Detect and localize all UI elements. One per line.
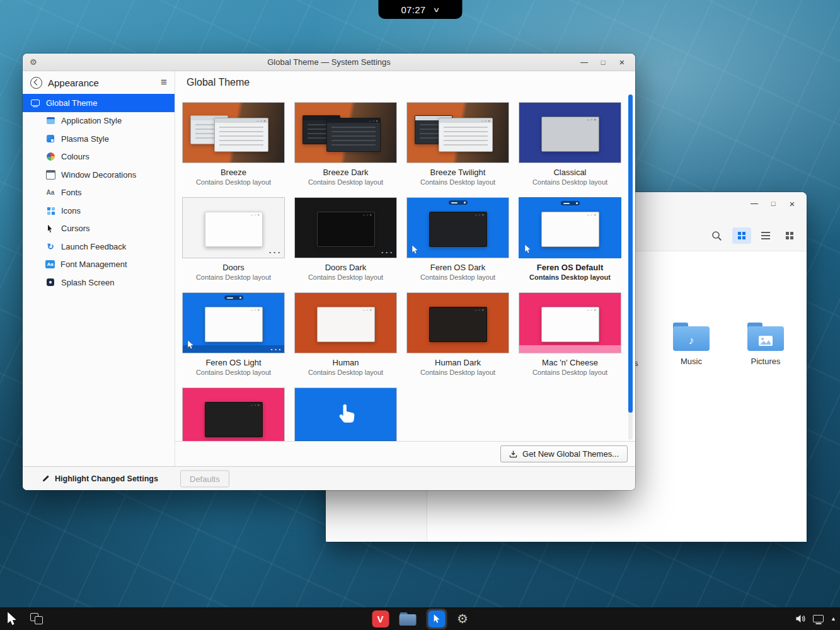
display-icon[interactable] [813,615,824,622]
maximize-button[interactable]: □ [764,200,783,207]
scrollbar-thumb[interactable] [628,94,633,413]
list-view-button[interactable] [756,227,775,244]
theme-preview: – ▫ × [182,387,285,441]
sidebar-item-colours[interactable]: Colours [23,148,175,166]
theme-name: Mac 'n' Cheese [519,358,621,368]
theme-preview: – ▫ × [406,197,509,258]
highlight-changed-settings[interactable]: Highlight Changed Settings [42,474,158,483]
theme-caption: Contains Desktop layout [294,178,397,186]
compact-view-icon [786,232,793,239]
cursors-icon [45,224,55,234]
sidebar-item-splash-screen[interactable]: Splash Screen [23,273,175,292]
theme-card-feren-os-light[interactable]: – ▫ ×• • • Feren OS Light Contains Deskt… [182,292,285,377]
minimize-button[interactable]: — [575,58,594,67]
panel-clock[interactable]: 07:27 ∨ [378,0,462,19]
compact-view-button[interactable] [780,227,799,244]
feren-menu-icon[interactable] [6,611,18,626]
theme-scroll-area[interactable]: – ▫ ×– ▫ × Breeze Contains Desktop layou… [175,71,626,441]
application-style-icon [45,116,55,126]
theme-card-classical[interactable]: – ▫ × Classical Contains Desktop layout [519,102,621,186]
hamburger-menu-icon[interactable]: ≡ [161,76,167,89]
grid-view-button[interactable] [732,227,751,244]
theme-name: Human [294,358,397,368]
sidebar-item-cursors[interactable]: Cursors [23,220,175,238]
theme-name: Feren OS Default [519,263,621,273]
theme-name: Breeze [182,168,285,178]
get-new-themes-button[interactable]: Get New Global Themes... [500,445,628,462]
minimize-button[interactable]: — [745,199,764,208]
sidebar-item-fonts[interactable]: Aa Fonts [23,184,175,202]
sidebar-item-window-decorations[interactable]: Window Decorations [23,166,175,184]
theme-card-doors-dark[interactable]: – ▫ ×• • • Doors Dark Contains Desktop l… [294,197,397,282]
preview-window-controls: – ▫ × [475,307,485,313]
font-management-icon: Aa [45,260,55,268]
cursor-icon [411,244,418,255]
theme-card-partial-13[interactable]: • • • [294,387,397,441]
theme-card-partial-12[interactable]: – ▫ × [182,387,285,441]
theme-card-mac-n-cheese[interactable]: – ▫ × Mac 'n' Cheese Contains Desktop la… [519,292,621,377]
colours-icon [45,152,55,162]
sidebar-item-global-theme[interactable]: Global Theme [23,94,175,112]
chevron-down-icon: ∨ [432,6,440,14]
preview-window: – ▫ × [214,118,268,152]
sidebar-item-font-management[interactable]: Aa Font Management [23,256,175,274]
file-manager-icon[interactable] [399,612,416,626]
theme-card-feren-os-default[interactable]: – ▫ × Feren OS Default Contains Desktop … [519,197,621,282]
close-button[interactable]: × [783,198,802,209]
global-theme-icon [30,98,40,108]
settings-sidebar: Appearance ≡ Global Theme Application St… [23,71,175,466]
window-switcher-icon[interactable] [30,613,43,624]
theme-card-human-dark[interactable]: – ▫ × Human Dark Contains Desktop layout [406,292,509,377]
sidebar-item-plasma-style[interactable]: Plasma Style [23,130,175,148]
settings-titlebar[interactable]: ⚙ Global Theme — System Settings — □ × [23,54,635,71]
defaults-button[interactable]: Defaults [180,470,229,487]
folder-pictures[interactable]: Pictures [743,323,788,366]
close-button[interactable]: × [613,57,631,67]
theme-caption: Contains Desktop layout [406,369,509,377]
music-note-icon: ♪ [673,330,710,351]
search-icon[interactable] [711,231,722,241]
preview-window-controls: – ▫ × [587,117,597,123]
theme-card-feren-os-dark[interactable]: – ▫ × Feren OS Dark Contains Desktop lay… [406,197,509,282]
folder-music[interactable]: ♪ Music [669,323,714,366]
preview-window: – ▫ × [541,307,599,342]
theme-card-doors[interactable]: – ▫ ×• • • Doors Contains Desktop layout [182,197,285,282]
sidebar-item-application-style[interactable]: Application Style [23,112,175,130]
theme-card-breeze[interactable]: – ▫ ×– ▫ × Breeze Contains Desktop layou… [182,102,285,186]
pencil-icon [42,474,50,483]
preview-window-controls: – ▫ × [587,212,597,218]
cursor-icon [187,340,194,350]
vivaldi-icon[interactable]: V [372,610,389,627]
system-settings-active-icon[interactable] [426,609,447,629]
settings-gear-icon[interactable]: ⚙ [457,612,468,625]
preview-content-lines [331,127,376,147]
volume-icon[interactable] [795,614,806,624]
scrollbar[interactable] [628,94,633,440]
preview-window: – ▫ × [205,212,263,247]
theme-caption: Contains Desktop layout [406,273,509,282]
download-icon [509,450,517,458]
theme-caption: Contains Desktop layout [519,273,621,282]
preview-window: – ▫ × [429,212,487,247]
theme-caption: Contains Desktop layout [182,273,285,282]
hand-icon [335,403,357,427]
preview-window-controls: – ▫ × [363,212,372,218]
sidebar-item-icons[interactable]: Icons [23,202,175,220]
tray-expand-icon[interactable]: ▲ [831,616,836,622]
theme-name: Doors [182,263,285,273]
maximize-button[interactable]: □ [594,59,613,66]
fonts-icon: Aa [45,188,55,198]
theme-card-breeze-dark[interactable]: – ▫ ×– ▫ × Breeze Dark Contains Desktop … [294,102,397,186]
theme-preview: – ▫ ×• • • [294,197,397,258]
theme-caption: Contains Desktop layout [519,178,621,186]
preview-dots: • • • [381,250,393,255]
theme-preview: • • • [294,387,397,441]
back-icon[interactable] [30,77,42,89]
sidebar-item-launch-feedback[interactable]: ↻ Launch Feedback [23,238,175,256]
theme-card-human[interactable]: – ▫ × Human Contains Desktop layout [294,292,397,377]
plasma-style-icon [45,134,55,144]
preview-clock-pill [449,200,468,205]
theme-caption: Contains Desktop layout [294,369,397,377]
theme-card-breeze-twilight[interactable]: – ▫ ×– ▫ × Breeze Twilight Contains Desk… [406,102,509,186]
folder-label: Pictures [751,357,781,366]
